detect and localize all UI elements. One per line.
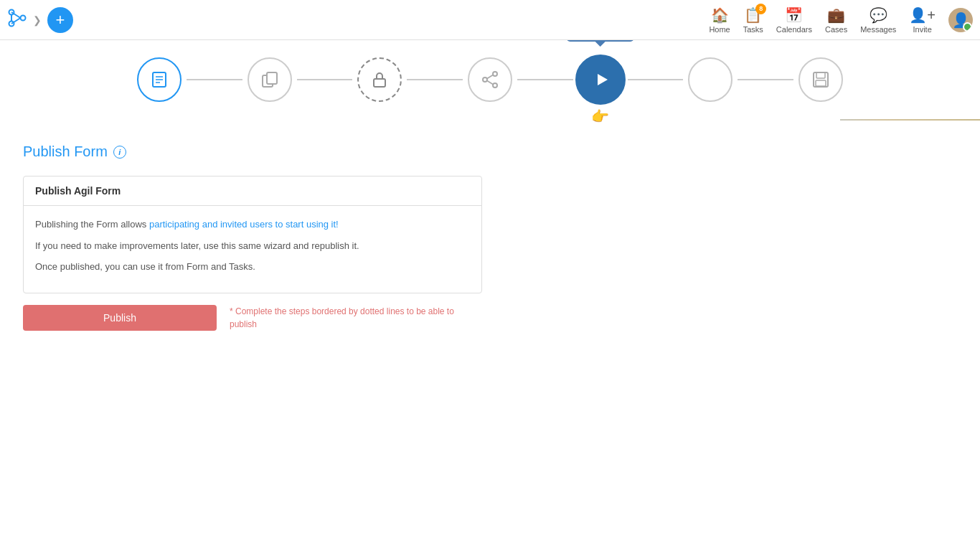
info-icon[interactable]: i bbox=[113, 146, 126, 159]
publish-desc-1: Publishing the Form allows participating… bbox=[35, 217, 470, 232]
publish-desc-3: Once published, you can use it from Form… bbox=[35, 260, 470, 274]
cases-label: Cases bbox=[825, 25, 847, 34]
wizard-step-blank[interactable] bbox=[682, 57, 738, 102]
step-circle-share bbox=[468, 57, 512, 102]
publish-actions: Publish * Complete the steps bordered by… bbox=[23, 305, 957, 331]
connector-5 bbox=[628, 79, 684, 80]
publish-button[interactable]: Publish bbox=[23, 305, 217, 331]
publish-box-header: Publish Agil Form bbox=[24, 176, 481, 206]
publish-desc-1-highlight: participating and invited users to start… bbox=[149, 219, 339, 230]
connector-4 bbox=[517, 79, 573, 80]
page-title-text: Publish Form bbox=[23, 143, 108, 160]
calendars-icon: 📅 bbox=[785, 6, 803, 24]
wizard-step-form[interactable] bbox=[131, 57, 187, 102]
wizard-step-share[interactable] bbox=[462, 57, 518, 102]
home-icon: 🏠 bbox=[711, 6, 729, 24]
svg-rect-20 bbox=[816, 72, 825, 78]
home-label: Home bbox=[709, 25, 730, 34]
cursor-icon: 👉 bbox=[591, 108, 609, 125]
svg-point-14 bbox=[493, 83, 497, 88]
step-circle-lock bbox=[357, 57, 402, 102]
messages-label: Messages bbox=[860, 25, 896, 34]
invite-label: Invite bbox=[913, 25, 932, 34]
step-circle-form bbox=[137, 57, 182, 102]
publish-box: Publish Agil Form Publishing the Form al… bbox=[23, 176, 482, 293]
avatar-face: 👤 bbox=[952, 11, 970, 29]
svg-point-2 bbox=[21, 15, 26, 20]
nav-item-calendars[interactable]: 📅 Calendars bbox=[776, 6, 812, 34]
publish-desc-1-normal: Publishing the Form allows bbox=[35, 219, 149, 230]
publish-box-body: Publishing the Form allows participating… bbox=[24, 206, 481, 293]
tasks-badge: 8 bbox=[755, 4, 766, 14]
step-circle-copy bbox=[248, 57, 292, 102]
step-circle-publish bbox=[575, 55, 626, 105]
nav-item-tasks[interactable]: 📋 8 Tasks bbox=[743, 6, 763, 34]
top-nav: ❯ + 🏠 Home 📋 8 Tasks 📅 Calendars 💼 Cases… bbox=[0, 0, 980, 40]
connector-6 bbox=[738, 79, 793, 80]
svg-point-13 bbox=[493, 72, 497, 76]
calendars-label: Calendars bbox=[776, 25, 812, 34]
wizard-step-save[interactable] bbox=[793, 57, 849, 102]
tasks-label: Tasks bbox=[743, 25, 763, 34]
tasks-icon: 📋 8 bbox=[744, 6, 762, 24]
step-circle-blank bbox=[688, 57, 732, 102]
svg-rect-11 bbox=[267, 72, 277, 84]
nav-left: ❯ + bbox=[7, 7, 709, 33]
svg-marker-18 bbox=[598, 74, 608, 85]
user-avatar[interactable]: 👤 bbox=[948, 8, 973, 32]
connector-1 bbox=[187, 79, 242, 80]
publish-desc-2: If you need to make improvements later, … bbox=[35, 239, 470, 253]
invite-icon: 👤+ bbox=[909, 6, 936, 24]
step-circle-save bbox=[798, 57, 843, 102]
page-title: Publish Form i bbox=[23, 143, 957, 160]
wizard-step-lock[interactable] bbox=[352, 57, 407, 102]
nav-item-home[interactable]: 🏠 Home bbox=[709, 6, 730, 34]
nav-item-cases[interactable]: 💼 Cases bbox=[825, 6, 847, 34]
main-content: Publish Form i Publish Agil Form Publish… bbox=[0, 126, 980, 348]
nav-item-messages[interactable]: 💬 Messages bbox=[860, 6, 896, 34]
svg-point-15 bbox=[483, 77, 487, 82]
add-button[interactable]: + bbox=[47, 7, 73, 33]
svg-rect-21 bbox=[816, 80, 826, 86]
messages-icon: 💬 bbox=[870, 6, 887, 24]
wizard-steps: Publish Form 👉 bbox=[131, 55, 849, 105]
connector-2 bbox=[297, 79, 353, 80]
wizard-bar: Publish Form 👉 bbox=[0, 40, 980, 119]
wizard-step-publish[interactable]: Publish Form 👉 bbox=[573, 55, 628, 105]
svg-line-17 bbox=[487, 81, 493, 85]
svg-rect-12 bbox=[374, 79, 385, 87]
nav-chevron-icon[interactable]: ❯ bbox=[33, 14, 42, 26]
warning-text: * Complete the steps bordered by dotted … bbox=[230, 305, 459, 331]
nav-item-invite[interactable]: 👤+ Invite bbox=[909, 6, 936, 34]
nav-right: 🏠 Home 📋 8 Tasks 📅 Calendars 💼 Cases 💬 M… bbox=[709, 6, 973, 34]
svg-line-16 bbox=[487, 75, 493, 79]
connector-3 bbox=[407, 79, 463, 80]
cases-icon: 💼 bbox=[827, 6, 845, 24]
nav-logo-icon[interactable] bbox=[7, 8, 27, 32]
wizard-step-copy[interactable] bbox=[242, 57, 298, 102]
